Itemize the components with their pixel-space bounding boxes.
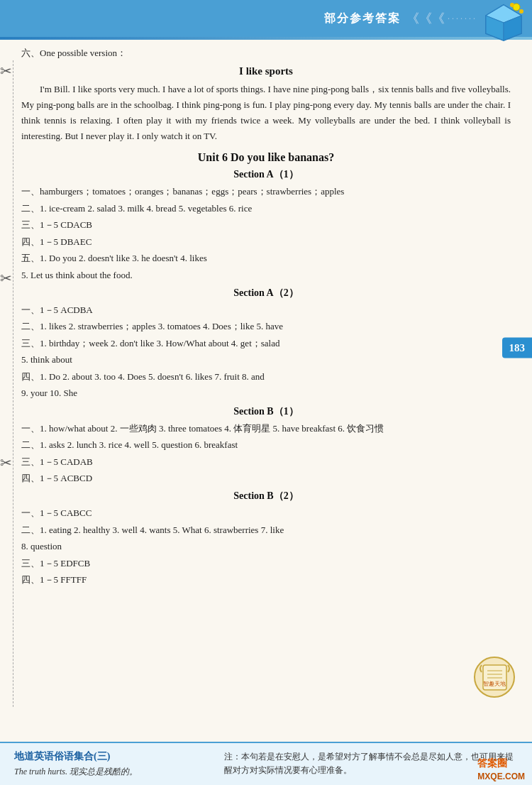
section-a2-ans5: 四、1. Do 2. about 3. too 4. Does 5. doesn…: [21, 369, 511, 384]
mxqe-watermark: 答案圈MXQE.COM: [477, 757, 525, 781]
section-a1-ans1: 一、hamburgers；tomatoes；oranges；bananas；eg…: [21, 184, 511, 199]
bottom-left: 地道英语俗语集合(三) The truth hurts. 现实总是残酷的。: [14, 750, 210, 778]
scroll-decoration: 智趣天地: [472, 654, 518, 703]
svg-point-6: [510, 3, 514, 7]
section-b1-ans3: 三、1－5 CADAB: [21, 454, 511, 469]
scissor-icon-top: ✂: [0, 62, 12, 79]
bottom-left-sub: The truth hurts. 现实总是残酷的。: [14, 766, 210, 778]
section-a1-ans3: 三、1－5 CDACB: [21, 217, 511, 232]
section-a2-ans2: 二、1. likes 2. strawberries；apples 3. tom…: [21, 319, 511, 334]
header: 部分参考答案 《《《 · · · · · · ·: [0, 0, 532, 37]
scissor-icon-mid: ✂: [0, 270, 12, 287]
bottom-info-box: 地道英语俗语集合(三) The truth hurts. 现实总是残酷的。 注：…: [0, 742, 532, 785]
svg-point-5: [519, 9, 523, 13]
section-b2-ans5: 四、1－5 FFTFF: [21, 572, 511, 587]
scissor-icon-bottom: ✂: [0, 454, 12, 471]
section-b2-ans4: 三、1－5 EDFCB: [21, 556, 511, 571]
bottom-right-text: 注：本句若是在安慰人，是希望对方了解事情不会总是尽如人意，也可用来提醒对方对实际…: [224, 750, 518, 777]
essay-title: I like sports: [21, 65, 511, 77]
main-content: 六、One possible version： I like sports I'…: [0, 40, 532, 596]
section-b2-title: Section B（2）: [21, 490, 511, 503]
page-wrapper: 部分参考答案 《《《 · · · · · · · ✂ ✂ ✂ 六、One pos…: [0, 0, 532, 785]
section-b1-ans1: 一、1. how/what about 2. 一些鸡肉 3. three tom…: [21, 421, 511, 436]
section-a1-ans6: 5. Let us think about the food.: [21, 268, 511, 282]
intro-label: 六、One possible version：: [21, 47, 511, 60]
svg-text:智趣天地: 智趣天地: [483, 681, 506, 687]
section-b1-title: Section B（1）: [21, 405, 511, 418]
section-a1-ans2: 二、1. ice-cream 2. salad 3. milk 4. bread…: [21, 201, 511, 216]
section-b2-ans3: 8. question: [21, 539, 511, 554]
header-dots: · · · · · · ·: [448, 13, 475, 24]
section-a2-ans6: 9. your 10. She: [21, 385, 511, 400]
unit-title: Unit 6 Do you like bananas?: [21, 151, 511, 164]
section-b1-ans4: 四、1－5 ACBCD: [21, 471, 511, 485]
cube-decoration: [482, 1, 525, 44]
section-a1-ans4: 四、1－5 DBAEC: [21, 234, 511, 249]
section-b2-ans2: 二、1. eating 2. healthy 3. well 4. wants …: [21, 522, 511, 537]
section-a1-title: Section A（1）: [21, 168, 511, 181]
section-b2-ans1: 一、1－5 CABCC: [21, 505, 511, 520]
header-title: 部分参考答案: [324, 11, 401, 26]
bottom-left-title: 地道英语俗语集合(三): [14, 750, 210, 763]
section-a2-ans1: 一、1－5 ACDBA: [21, 302, 511, 317]
section-b1-ans2: 二、1. asks 2. lunch 3. rice 4. well 5. qu…: [21, 437, 511, 452]
section-a2-ans3: 三、1. birthday；week 2. don't like 3. How/…: [21, 336, 511, 351]
section-a2-title: Section A（2）: [21, 287, 511, 300]
page-number-badge: 183: [502, 338, 533, 358]
section-a2-ans4: 5. think about: [21, 352, 511, 367]
essay-body: I'm Bill. I like sports very much. I hav…: [21, 82, 511, 144]
section-a1-ans5: 五、1. Do you 2. doesn't like 3. he doesn'…: [21, 251, 511, 265]
header-arrows: 《《《: [406, 10, 445, 27]
